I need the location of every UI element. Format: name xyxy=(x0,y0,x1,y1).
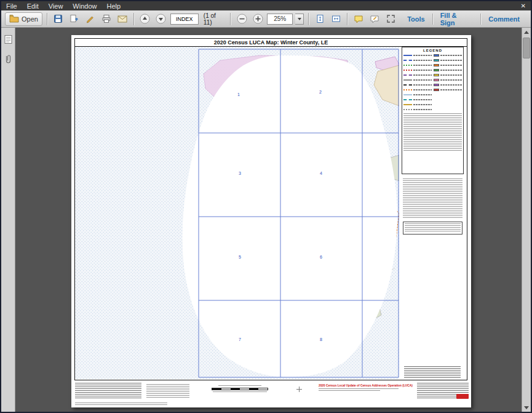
zoom-dropdown-button[interactable] xyxy=(295,14,304,25)
legend-row xyxy=(403,108,432,111)
legend-line-symbol xyxy=(403,109,412,110)
legend-line-symbol xyxy=(403,70,412,71)
legend-label-bar xyxy=(413,79,432,81)
legend-color-chip xyxy=(434,69,439,71)
legend-line-symbol xyxy=(403,89,412,90)
menu-items: FileEditViewWindowHelp xyxy=(1,2,125,10)
comment-panel-button[interactable]: Comment xyxy=(481,15,527,23)
index-grid-number: 2 xyxy=(319,90,322,94)
map-footer: 2020 Census Local Update of Census Addre… xyxy=(75,383,467,401)
footer-source-text xyxy=(75,383,141,399)
vertical-scrollbar[interactable] xyxy=(522,28,531,412)
sign-button[interactable] xyxy=(84,12,97,26)
menu-help[interactable]: Help xyxy=(101,2,125,10)
legend-row xyxy=(403,68,432,71)
pdf-page: 2020 Census LUCA Map: Winter County, LE xyxy=(71,35,471,407)
legend-label-bar xyxy=(440,79,462,81)
legend-label-bar xyxy=(440,74,462,76)
acrobat-window: FileEditViewWindowHelp ✕ Open (1 of 11) … xyxy=(0,0,532,413)
fill-sign-panel-button[interactable]: Fill & Sign xyxy=(433,12,481,26)
legend-symbol-column xyxy=(403,54,432,111)
arrow-down-icon xyxy=(524,406,529,409)
tools-panel-button[interactable]: Tools xyxy=(400,15,432,23)
census-bureau-logo xyxy=(456,394,469,399)
menu-bar: FileEditViewWindowHelp ✕ xyxy=(1,1,531,10)
fullscreen-button[interactable] xyxy=(384,12,397,26)
legend-row xyxy=(434,54,462,57)
legend-title: LEGEND xyxy=(403,49,462,52)
arrow-up-icon xyxy=(524,31,529,34)
sticky-note-button[interactable] xyxy=(352,12,365,26)
attachments-button[interactable] xyxy=(2,52,15,66)
email-button[interactable] xyxy=(116,12,129,26)
legend-label-bar xyxy=(413,70,432,71)
menu-file[interactable]: File xyxy=(1,2,22,10)
save-button[interactable] xyxy=(52,12,65,26)
legend-line-symbol xyxy=(403,74,412,76)
email-icon xyxy=(117,15,127,23)
footer-fine-print xyxy=(75,403,167,405)
print-button[interactable] xyxy=(100,12,113,26)
legend-color-chip xyxy=(434,84,439,86)
toolbar-right-panels: Tools Fill & Sign Comment xyxy=(400,12,527,26)
map-note-box-text xyxy=(405,223,461,233)
legend-row xyxy=(434,78,462,81)
expand-icon xyxy=(386,14,395,23)
scroll-up-button[interactable] xyxy=(522,28,531,36)
legend-color-chip xyxy=(434,79,439,81)
footer-luca-block: 2020 Census Local Update of Census Addre… xyxy=(319,384,416,391)
scale-bar-segments xyxy=(212,388,268,390)
legend-row xyxy=(403,93,432,96)
fit-page-button[interactable] xyxy=(313,12,327,26)
footer-county-info xyxy=(417,383,469,399)
legend-row xyxy=(403,73,432,76)
legend-row xyxy=(434,88,462,91)
scroll-down-button[interactable] xyxy=(522,403,531,412)
county-dashed-boundary xyxy=(183,55,397,377)
scrollbar-thumb[interactable] xyxy=(523,38,530,58)
luca-subtext-2 xyxy=(319,390,380,391)
menu-view[interactable]: View xyxy=(44,2,68,10)
arrow-up-icon xyxy=(140,14,150,24)
open-button-label: Open xyxy=(22,15,38,23)
app-body: 2020 Census LUCA Map: Winter County, LE xyxy=(1,28,531,412)
legend-row xyxy=(403,83,432,86)
menu-edit[interactable]: Edit xyxy=(22,2,44,10)
legend-color-chip xyxy=(434,89,439,91)
share-button[interactable] xyxy=(68,12,81,26)
scale-sub-labels xyxy=(213,391,267,393)
census-map-graphic: 12345678 xyxy=(75,47,399,379)
previous-page-button[interactable] xyxy=(138,12,152,26)
legend-row xyxy=(403,98,432,101)
open-button[interactable]: Open xyxy=(5,12,42,26)
menu-window[interactable]: Window xyxy=(68,2,101,10)
scale-tick-labels xyxy=(218,385,261,387)
save-icon xyxy=(54,14,63,23)
legend-row xyxy=(434,68,462,71)
legend-label-bar xyxy=(440,60,462,61)
fit-width-button[interactable] xyxy=(329,12,343,26)
pencil-icon xyxy=(85,14,95,23)
page-number-input[interactable] xyxy=(170,14,199,25)
legend-label-bar xyxy=(440,55,462,56)
legend-row xyxy=(403,88,432,91)
index-grid-number: 7 xyxy=(239,337,241,342)
legend-label-bar xyxy=(413,55,432,56)
legend-line-symbol xyxy=(403,84,412,86)
zoom-out-button[interactable] xyxy=(235,12,248,26)
annotate-button[interactable] xyxy=(368,12,381,26)
legend-line-symbol xyxy=(403,79,412,81)
page-thumbnails-button[interactable] xyxy=(2,33,15,46)
legend-label-bar xyxy=(440,84,462,86)
north-cross-icon xyxy=(296,387,302,392)
scale-bar xyxy=(212,385,268,393)
next-page-button[interactable] xyxy=(154,12,168,26)
legend-line-symbol xyxy=(403,65,412,66)
sheet-info-text xyxy=(404,366,461,379)
legend-label-bar xyxy=(440,70,462,71)
comment-bubble-icon xyxy=(354,15,363,23)
close-window-button[interactable]: ✕ xyxy=(516,2,531,9)
document-canvas[interactable]: 2020 Census LUCA Map: Winter County, LE xyxy=(16,28,522,412)
zoom-level-value[interactable]: 25% xyxy=(267,14,293,25)
zoom-in-button[interactable] xyxy=(251,12,264,26)
